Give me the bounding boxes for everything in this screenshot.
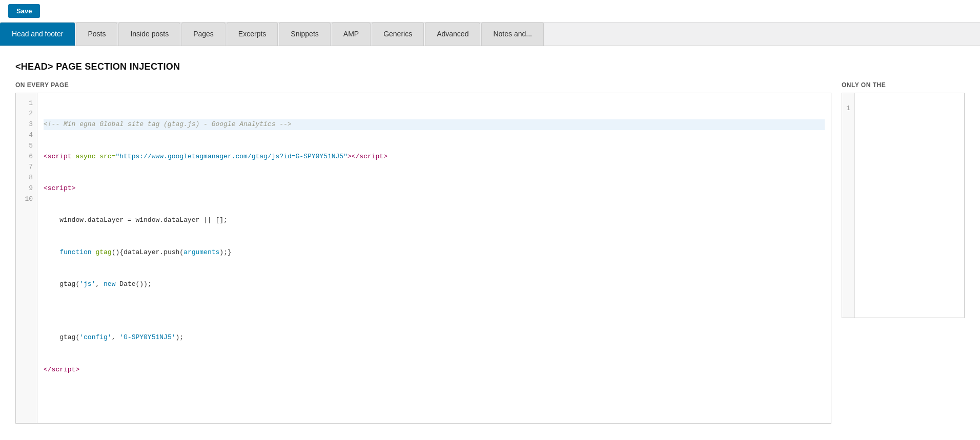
tab-snippets[interactable]: Snippets xyxy=(279,23,330,46)
code-line-1: <!-- Min egna Global site tag (gtag.js) … xyxy=(44,119,825,130)
save-button[interactable]: Save xyxy=(8,4,40,18)
tabs-bar: Head and footer Posts Inside posts Pages… xyxy=(0,23,980,46)
only-on-the-label: ONLY ON THE xyxy=(842,81,965,89)
line-numbers: 1 2 3 4 5 6 7 8 9 10 xyxy=(16,93,37,423)
code-line-2: <script async src="https://www.googletag… xyxy=(44,152,825,162)
code-line-5: function gtag(){dataLayer.push(arguments… xyxy=(44,247,825,258)
code-line-3: <script> xyxy=(44,183,825,194)
tab-notes-and[interactable]: Notes and... xyxy=(481,23,544,46)
head-section-title: <HEAD> PAGE SECTION INJECTION xyxy=(15,61,965,72)
only-on-the-editor[interactable]: 1 xyxy=(842,93,965,318)
main-content: <HEAD> PAGE SECTION INJECTION ON EVERY P… xyxy=(0,46,980,440)
tab-advanced[interactable]: Advanced xyxy=(425,23,480,46)
right-code-area[interactable] xyxy=(855,93,964,318)
tab-pages[interactable]: Pages xyxy=(181,23,226,46)
code-line-9: </script> xyxy=(44,365,825,375)
tab-head-and-footer[interactable]: Head and footer xyxy=(0,23,75,46)
tab-amp[interactable]: AMP xyxy=(332,23,371,46)
code-line-4: window.dataLayer = window.dataLayer || [… xyxy=(44,215,825,226)
on-every-page-label: ON EVERY PAGE xyxy=(15,81,831,89)
code-editor[interactable]: <!-- Min egna Global site tag (gtag.js) … xyxy=(37,93,831,423)
tab-generics[interactable]: Generics xyxy=(372,23,424,46)
right-line-numbers: 1 xyxy=(842,93,855,318)
tab-inside-posts[interactable]: Inside posts xyxy=(118,23,180,46)
on-every-page-editor[interactable]: 1 2 3 4 5 6 7 8 9 10 <!-- Min egna Globa… xyxy=(15,93,831,424)
code-line-6: gtag('js', new Date()); xyxy=(44,279,825,290)
tab-excerpts[interactable]: Excerpts xyxy=(227,23,278,46)
top-bar: Save xyxy=(0,0,980,23)
code-line-8: gtag('config', 'G-SPY0Y51NJ5'); xyxy=(44,332,825,343)
tab-posts[interactable]: Posts xyxy=(76,23,117,46)
